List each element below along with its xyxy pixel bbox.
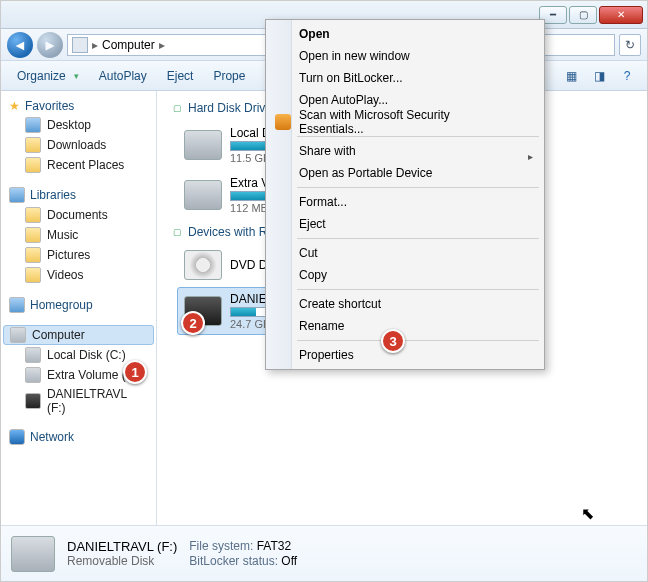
- homegroup-icon: [9, 297, 25, 313]
- chevron-icon: ▸: [159, 38, 165, 52]
- separator: [297, 340, 539, 341]
- separator: [297, 238, 539, 239]
- maximize-button[interactable]: ▢: [569, 6, 597, 24]
- folder-icon: [25, 227, 41, 243]
- folder-icon: [25, 247, 41, 263]
- nav-danieltravl-f[interactable]: DANIELTRAVL (F:): [3, 385, 154, 417]
- nav-downloads[interactable]: Downloads: [3, 135, 154, 155]
- computer-icon: [72, 37, 88, 53]
- details-pane: DANIELTRAVL (F:) Removable Disk File sys…: [1, 525, 647, 581]
- folder-icon: [25, 267, 41, 283]
- star-icon: ★: [9, 99, 20, 113]
- nav-computer[interactable]: Computer: [3, 325, 154, 345]
- menu-bitlocker[interactable]: Turn on BitLocker...: [269, 67, 541, 89]
- drive-icon: [184, 130, 222, 160]
- breadcrumb-item[interactable]: Computer: [102, 38, 155, 52]
- help-button[interactable]: ?: [615, 65, 639, 87]
- autoplay-button[interactable]: AutoPlay: [91, 65, 155, 87]
- network-icon: [9, 429, 25, 445]
- nav-recent[interactable]: Recent Places: [3, 155, 154, 175]
- drive-icon: [184, 180, 222, 210]
- separator: [297, 136, 539, 137]
- favorites-header[interactable]: ★Favorites: [3, 97, 154, 115]
- mouse-cursor-icon: ⬉: [581, 504, 594, 523]
- network-header[interactable]: Network: [3, 427, 154, 447]
- label-bitlocker: BitLocker status:: [189, 554, 278, 568]
- label-filesystem: File system:: [189, 539, 253, 553]
- value-filesystem: FAT32: [257, 539, 291, 553]
- nav-pictures[interactable]: Pictures: [3, 245, 154, 265]
- drive-icon: [25, 347, 41, 363]
- menu-format[interactable]: Format...: [269, 191, 541, 213]
- details-type: Removable Disk: [67, 554, 177, 569]
- nav-desktop[interactable]: Desktop: [3, 115, 154, 135]
- expand-icon: ▢: [173, 227, 182, 237]
- nav-videos[interactable]: Videos: [3, 265, 154, 285]
- libraries-icon: [9, 187, 25, 203]
- shield-icon: [275, 114, 291, 130]
- annotation-badge-1: 1: [123, 360, 147, 384]
- value-bitlocker: Off: [281, 554, 297, 568]
- details-name: DANIELTRAVL (F:): [67, 539, 177, 554]
- preview-pane-button[interactable]: ◨: [587, 65, 611, 87]
- menu-scan-mse[interactable]: Scan with Microsoft Security Essentials.…: [269, 111, 541, 133]
- folder-icon: [25, 157, 41, 173]
- context-menu: Open Open in new window Turn on BitLocke…: [265, 19, 545, 370]
- close-button[interactable]: ✕: [599, 6, 643, 24]
- chevron-icon: ▸: [92, 38, 98, 52]
- menu-copy[interactable]: Copy: [269, 264, 541, 286]
- menu-create-shortcut[interactable]: Create shortcut: [269, 293, 541, 315]
- view-button[interactable]: ▦: [559, 65, 583, 87]
- navigation-pane: ★Favorites Desktop Downloads Recent Plac…: [1, 91, 157, 525]
- drive-icon: [25, 367, 41, 383]
- nav-music[interactable]: Music: [3, 225, 154, 245]
- properties-button[interactable]: Prope: [205, 65, 253, 87]
- menu-properties[interactable]: Properties: [269, 344, 541, 366]
- back-button[interactable]: ◄: [7, 32, 33, 58]
- nav-documents[interactable]: Documents: [3, 205, 154, 225]
- menu-eject[interactable]: Eject: [269, 213, 541, 235]
- separator: [297, 187, 539, 188]
- forward-button[interactable]: ►: [37, 32, 63, 58]
- menu-cut[interactable]: Cut: [269, 242, 541, 264]
- drive-icon: [11, 536, 55, 572]
- usb-drive-icon: [25, 393, 41, 409]
- annotation-badge-2: 2: [181, 311, 205, 335]
- menu-rename[interactable]: Rename: [269, 315, 541, 337]
- organize-button[interactable]: Organize: [9, 65, 87, 87]
- expand-icon: ▢: [173, 103, 182, 113]
- desktop-icon: [25, 117, 41, 133]
- menu-share-with[interactable]: Share with: [269, 140, 541, 162]
- homegroup-header[interactable]: Homegroup: [3, 295, 154, 315]
- eject-button[interactable]: Eject: [159, 65, 202, 87]
- folder-icon: [25, 137, 41, 153]
- folder-icon: [25, 207, 41, 223]
- menu-open-new-window[interactable]: Open in new window: [269, 45, 541, 67]
- separator: [297, 289, 539, 290]
- libraries-header[interactable]: Libraries: [3, 185, 154, 205]
- menu-open-portable-device[interactable]: Open as Portable Device: [269, 162, 541, 184]
- computer-icon: [10, 327, 26, 343]
- annotation-badge-3: 3: [381, 329, 405, 353]
- dvd-drive-icon: [184, 250, 222, 280]
- refresh-button[interactable]: ↻: [619, 34, 641, 56]
- menu-open[interactable]: Open: [269, 23, 541, 45]
